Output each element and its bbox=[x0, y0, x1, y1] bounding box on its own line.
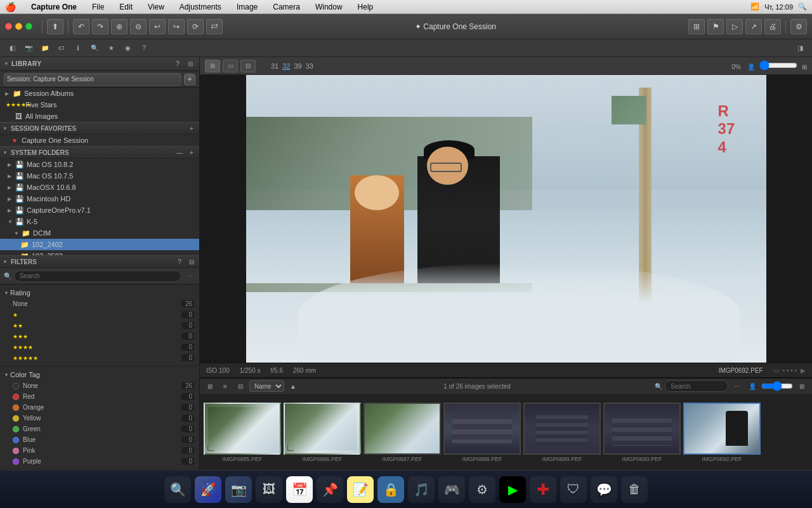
search-input[interactable] bbox=[14, 271, 181, 282]
folder-103-2502[interactable]: 📁 103_2502 bbox=[0, 250, 199, 255]
dock-capture-one[interactable]: 📷 bbox=[225, 476, 252, 503]
menu-image[interactable]: Image bbox=[234, 3, 260, 11]
zoom-expand-icon[interactable]: ⊞ bbox=[802, 64, 807, 70]
folder-k5[interactable]: ▼ 💾 K-5 bbox=[0, 216, 199, 227]
menu-capture-one[interactable]: Capture One bbox=[29, 3, 79, 11]
thumb-item-688[interactable]: IMGP0688.PEF bbox=[443, 403, 521, 462]
copy-btn[interactable]: ⊕ bbox=[111, 19, 128, 34]
filters-expand-btn[interactable]: ⊟ bbox=[187, 257, 197, 267]
folder-macintoshhd[interactable]: ▶ 💾 Macintosh HD bbox=[0, 193, 199, 204]
thumb-item-690[interactable]: IMGP0690.PEF bbox=[603, 403, 681, 462]
rating-1star-row[interactable]: ★ 0 bbox=[0, 309, 199, 320]
color-green-row[interactable]: Green 0 bbox=[0, 424, 199, 434]
five-stars-item[interactable]: ★★★★★ Five Stars bbox=[0, 99, 199, 110]
rating-5star-row[interactable]: ★★★★★ 0 bbox=[0, 352, 199, 363]
undo-btn[interactable]: ↶ bbox=[73, 19, 89, 34]
nav-39[interactable]: 39 bbox=[294, 62, 302, 70]
search-btn[interactable]: 🔍 bbox=[88, 42, 102, 55]
folder-captureprov71[interactable]: ▶ 💾 CaptureOnePro.v7.1 bbox=[0, 204, 199, 216]
rating-header[interactable]: ▼ Rating bbox=[0, 287, 199, 298]
process-btn[interactable]: ▷ bbox=[726, 19, 743, 34]
system-folders-collapse-btn[interactable]: — bbox=[174, 147, 185, 157]
zoom-user-icon[interactable]: 👤 bbox=[747, 64, 755, 70]
folder-macosx1068[interactable]: ▶ 💾 MacOSX 10.6.8 bbox=[0, 182, 199, 193]
rating-3star-row[interactable]: ★★★ 0 bbox=[0, 331, 199, 342]
color-pink-row[interactable]: Pink 0 bbox=[0, 445, 199, 456]
thumb-search-options[interactable]: ⋯ bbox=[731, 380, 743, 392]
view-arrow[interactable]: ▶ bbox=[801, 367, 806, 374]
dock-skype[interactable]: 💬 bbox=[591, 476, 617, 503]
color-blue-row[interactable]: Blue 0 bbox=[0, 434, 199, 445]
info-btn[interactable]: ℹ bbox=[71, 42, 85, 55]
grid-view-btn2[interactable]: ⊞ bbox=[205, 60, 220, 72]
compare-view-btn[interactable]: ⊟ bbox=[240, 60, 256, 72]
menu-window[interactable]: Window bbox=[313, 3, 345, 11]
color-purple-row[interactable]: Purple 0 bbox=[0, 456, 199, 467]
help-sub-btn[interactable]: ? bbox=[137, 42, 151, 55]
color-red-row[interactable]: Red 0 bbox=[0, 391, 199, 402]
library-help-btn[interactable]: ? bbox=[173, 59, 183, 69]
color-yellow-row[interactable]: Yellow 0 bbox=[0, 413, 199, 424]
rotate-left-btn[interactable]: ↪ bbox=[168, 19, 185, 34]
view-icon1[interactable]: ▭ bbox=[773, 367, 779, 374]
dock-1password[interactable]: 🔒 bbox=[377, 476, 404, 503]
export-btn[interactable]: ↗ bbox=[745, 19, 762, 34]
rotate-right-btn[interactable]: ⟳ bbox=[187, 19, 204, 34]
menu-edit[interactable]: Edit bbox=[117, 3, 135, 11]
thumb-strip-btn[interactable]: ⊟ bbox=[234, 380, 247, 392]
nav-31[interactable]: 31 bbox=[271, 62, 278, 70]
system-folders-add-btn[interactable]: + bbox=[187, 147, 197, 157]
dock-cross[interactable]: ✚ bbox=[530, 476, 556, 503]
dock-terminal[interactable]: ▶ bbox=[499, 476, 526, 503]
menu-file[interactable]: File bbox=[89, 3, 107, 11]
color-orange-row[interactable]: Orange 0 bbox=[0, 402, 199, 413]
print-btn[interactable]: 🖨 bbox=[764, 19, 781, 34]
toggle-left-panel-btn[interactable]: ◧ bbox=[5, 42, 19, 55]
dock-maps[interactable]: 📌 bbox=[317, 476, 343, 503]
search-icon[interactable]: 🔍 bbox=[798, 3, 807, 11]
thumb-user-icon[interactable]: 👤 bbox=[746, 380, 759, 392]
folder-mac1082[interactable]: ▶ 💾 Mac OS 10.8.2 bbox=[0, 159, 199, 170]
session-dropdown[interactable]: Session: Capture One Session bbox=[4, 73, 181, 86]
session-favorites-header[interactable]: ▼ Session Favorites + bbox=[0, 122, 199, 135]
thumb-item-689[interactable]: IMGP0689.PEF bbox=[523, 403, 601, 462]
library-expand-btn[interactable]: ⊟ bbox=[185, 59, 195, 69]
thumb-expand-btn[interactable]: ⊞ bbox=[796, 380, 808, 392]
library-collapse-arrow[interactable]: ▼ bbox=[4, 61, 10, 67]
star-btn[interactable]: ★ bbox=[104, 42, 118, 55]
nav-32[interactable]: 32 bbox=[282, 62, 290, 70]
folder-dcim[interactable]: ▼ 📁 DCIM bbox=[0, 227, 199, 239]
capture-one-session-item[interactable]: ♥ Capture One Session bbox=[0, 135, 199, 146]
settings-btn[interactable]: ⚙ bbox=[790, 19, 807, 34]
add-session-btn[interactable]: + bbox=[184, 74, 195, 85]
thumb-item-685[interactable]: IMGP0685.PEF bbox=[204, 403, 281, 462]
redo-btn[interactable]: ↷ bbox=[92, 19, 108, 34]
main-viewer[interactable]: R374 bbox=[200, 75, 812, 363]
toggle-right-panel-btn[interactable]: ◨ bbox=[793, 42, 807, 55]
camera-btn[interactable]: 📷 bbox=[22, 42, 36, 55]
rating-none-row[interactable]: None 26 bbox=[0, 298, 199, 309]
flag-btn[interactable]: ⚑ bbox=[707, 19, 724, 34]
zoom-slider[interactable] bbox=[759, 62, 797, 69]
thumb-list-btn[interactable]: ≡ bbox=[219, 380, 232, 392]
dock-trash[interactable]: 🗑 bbox=[621, 476, 648, 503]
import-btn[interactable]: ⬆ bbox=[47, 19, 63, 34]
rating-2star-row[interactable]: ★★ 0 bbox=[0, 320, 199, 331]
single-view-btn[interactable]: ▭ bbox=[223, 60, 238, 72]
system-folders-header[interactable]: ▼ System Folders — + bbox=[0, 146, 199, 159]
favorites-add-btn[interactable]: + bbox=[187, 123, 197, 133]
menu-adjustments[interactable]: Adjustments bbox=[177, 3, 224, 11]
dock-launchpad[interactable]: 🚀 bbox=[195, 476, 221, 503]
all-images-item[interactable]: 🖼 All Images bbox=[0, 110, 199, 122]
minimize-button[interactable] bbox=[15, 23, 22, 30]
folder-mac1075[interactable]: ▶ 💾 Mac OS 10.7.5 bbox=[0, 170, 199, 182]
dock-finder[interactable]: 🔍 bbox=[164, 476, 191, 503]
thumb-search-input[interactable] bbox=[665, 380, 728, 392]
search-options-btn[interactable]: ⋯ bbox=[184, 271, 195, 282]
dock-preview[interactable]: 🖼 bbox=[256, 476, 282, 503]
copy-adj-btn[interactable]: ⮂ bbox=[206, 19, 223, 34]
grid-view-btn[interactable]: ⊞ bbox=[688, 19, 705, 34]
thumb-sort-select[interactable]: Name bbox=[249, 380, 284, 392]
folder-102-2402[interactable]: 📁 102_2402 bbox=[0, 239, 199, 250]
tag-btn[interactable]: 🏷 bbox=[55, 42, 69, 55]
